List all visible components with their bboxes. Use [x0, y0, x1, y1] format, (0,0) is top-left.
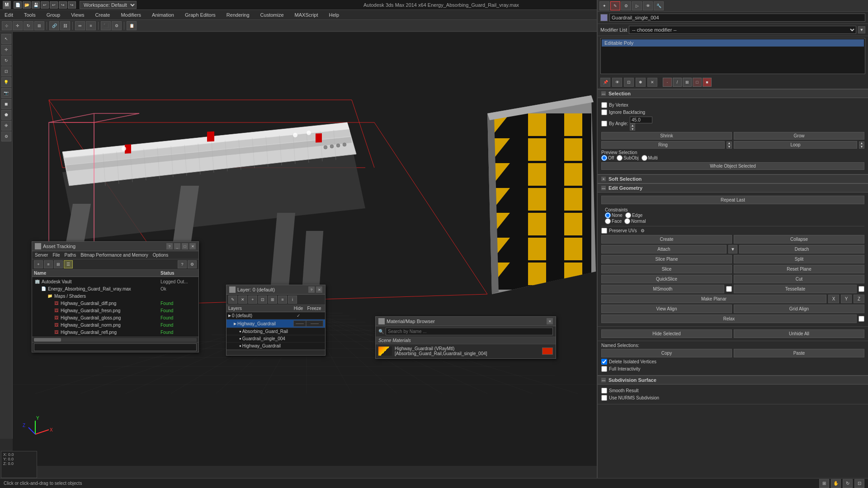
rotate-btn[interactable]: ↻ [24, 21, 33, 30]
attach-list-btn[interactable]: ▼ [728, 245, 737, 253]
menu-edit[interactable]: Edit [3, 11, 15, 19]
asset-close-btn[interactable]: ✕ [189, 243, 196, 249]
slice-plane-btn[interactable]: Slice Plane [601, 255, 732, 263]
new-btn[interactable]: 📄 [14, 1, 22, 9]
y-btn[interactable]: Y [841, 295, 852, 303]
menu-group[interactable]: Group [45, 11, 62, 19]
status-nav-pan[interactable]: ✋ [831, 479, 841, 488]
status-nav-zoom[interactable]: ⊞ [819, 479, 829, 488]
asset-tool-help[interactable]: ? [178, 260, 187, 268]
utilities-tab-btn[interactable]: 🔧 [654, 1, 664, 10]
link-btn[interactable]: 🔗 [49, 21, 59, 30]
angle-spin-down[interactable]: ▼ [630, 127, 635, 131]
asset-tool-settings[interactable]: ⚙ [188, 260, 197, 268]
system-tool[interactable]: ⚙ [1, 131, 11, 141]
delete-isolated-checkbox[interactable] [601, 359, 607, 365]
view-align-btn[interactable]: View Align [601, 305, 732, 313]
asset-tool-add[interactable]: + [34, 260, 43, 268]
repeat-last-btn[interactable]: Repeat Last [601, 196, 864, 204]
open-btn[interactable]: 📂 [23, 1, 31, 9]
show-result-btn[interactable]: 👁 [612, 78, 622, 87]
layer-highway2-item[interactable]: ● Highway_Guardrail [226, 343, 325, 350]
layer-default-expand[interactable]: ▶ [228, 314, 231, 318]
ring-btn[interactable]: Ring [601, 141, 725, 149]
asset-scrollbar[interactable] [32, 337, 198, 342]
asset-max-file-item[interactable]: 📄 Energy_Absorbing_Guard_Rail_vray.max O… [34, 285, 197, 292]
mat-highway-item[interactable]: Highway_Guardrail (VRayMtl) [Absorbing_G… [376, 344, 556, 358]
object-color-swatch[interactable] [600, 14, 608, 21]
move-tool[interactable]: ✛ [1, 45, 11, 55]
asset-menu-options[interactable]: Options [153, 253, 168, 258]
layer-default-item[interactable]: ▶ 0 (default) ✓ [226, 312, 325, 319]
loop-spin-down[interactable]: ▼ [859, 145, 864, 149]
ring-spin-up[interactable]: ▲ [726, 141, 732, 145]
asset-minimize-btn[interactable]: _ [174, 243, 180, 249]
grow-btn[interactable]: Grow [734, 132, 864, 140]
poly-mode-btn[interactable]: □ [693, 78, 702, 87]
layer-tool-add-selected[interactable]: + [248, 296, 257, 304]
scale-btn[interactable]: ⊞ [34, 21, 44, 30]
menu-create[interactable]: Create [93, 11, 112, 19]
asset-vault-item[interactable]: 🏢 Autodesk Vault Logged Out... [34, 278, 197, 285]
grid-align-btn[interactable]: Grid Align [734, 305, 864, 313]
by-angle-checkbox[interactable] [601, 121, 607, 127]
msmooth-checkbox[interactable] [726, 285, 732, 293]
menu-customize[interactable]: Customize [259, 11, 286, 19]
scale-tool[interactable]: ⊡ [1, 66, 11, 76]
slice-btn[interactable]: Slice [601, 265, 732, 273]
layer-highway-item[interactable]: ▶ Highway_Guardrail —— —— [226, 319, 325, 328]
align-btn[interactable]: ≡ [86, 21, 96, 30]
layer-guardrail-single-item[interactable]: ● Guardrail_single_004 [226, 335, 325, 343]
undo2-btn[interactable]: ↩ [50, 1, 58, 9]
full-interactivity-checkbox[interactable] [601, 366, 607, 372]
save-btn[interactable]: 💾 [32, 1, 40, 9]
hierarchy-tab-btn[interactable]: ⚙ [621, 1, 631, 10]
layer-tool-new[interactable]: ✎ [228, 296, 237, 304]
display-tab-btn[interactable]: 👁 [643, 1, 653, 10]
menu-help[interactable]: Help [327, 11, 341, 19]
unlink-btn[interactable]: ⛓ [60, 21, 70, 30]
mirror-btn[interactable]: ⇔ [75, 21, 85, 30]
quickslice-btn[interactable]: QuickSlice [601, 275, 732, 283]
subdiv-collapse-btn[interactable]: — [601, 378, 606, 382]
layer-tool-delete[interactable]: ✕ [238, 296, 247, 304]
create-btn[interactable]: Create [601, 235, 732, 244]
preview-off-radio[interactable] [601, 155, 607, 161]
asset-gloss-item[interactable]: 🖼 Highway_Guardrail_gloss.png Found [34, 314, 197, 321]
asset-scroll-thumb[interactable] [34, 338, 61, 342]
mat-close-btn[interactable]: ✕ [547, 318, 553, 324]
relax-checkbox[interactable] [859, 314, 864, 323]
edge-mode-btn[interactable]: / [673, 78, 682, 87]
preserve-uvs-checkbox[interactable] [601, 228, 607, 234]
menu-modifiers[interactable]: Modifiers [119, 11, 143, 19]
helper-tool[interactable]: ✙ [1, 121, 11, 131]
preview-subobj-radio[interactable] [617, 155, 623, 161]
asset-maximize-btn[interactable]: □ [182, 243, 188, 249]
geometry-tool[interactable]: ◼ [1, 99, 11, 109]
none-constraint-radio[interactable] [605, 212, 611, 218]
modifier-arrow-btn[interactable]: ▼ [858, 26, 865, 33]
menu-views[interactable]: Views [69, 11, 86, 19]
mat-color-box[interactable] [542, 347, 553, 355]
rotate-tool[interactable]: ↻ [1, 56, 11, 66]
detach-btn[interactable]: Detach [739, 245, 864, 253]
by-vertex-checkbox[interactable] [601, 102, 607, 108]
layer-tool-select[interactable]: ⊡ [258, 296, 267, 304]
paste-named-sel-btn[interactable]: Paste [734, 349, 864, 357]
layer-highway-hide[interactable]: —— [293, 320, 306, 327]
layer-btn[interactable]: 📋 [127, 21, 137, 30]
remove-modifier-btn[interactable]: ✕ [647, 78, 657, 87]
preserve-uvs-settings-btn[interactable]: ⚙ [641, 228, 645, 233]
ring-spin-down[interactable]: ▼ [726, 145, 732, 149]
msmooth-btn[interactable]: MSmooth [601, 285, 724, 293]
object-name-input[interactable] [609, 14, 865, 22]
mat-search-input[interactable] [386, 328, 553, 335]
asset-tool-detail[interactable]: ☰ [64, 260, 73, 268]
border-mode-btn[interactable]: ⊠ [683, 78, 692, 87]
modifier-list-select[interactable]: -- choose modifier -- [629, 26, 856, 34]
layer-highway-freeze[interactable]: —— [306, 320, 323, 327]
face-constraint-radio[interactable] [605, 218, 611, 224]
modify-tab-btn[interactable]: ✎ [610, 1, 620, 10]
angle-value-input[interactable] [630, 117, 652, 123]
make-planar-btn[interactable]: Make Planar [601, 295, 826, 303]
